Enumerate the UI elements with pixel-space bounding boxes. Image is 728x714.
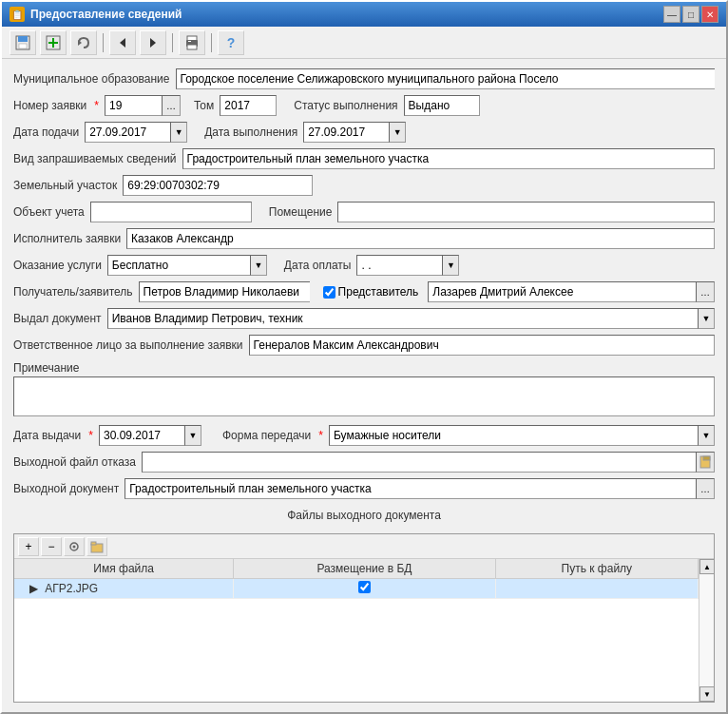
- undo-button[interactable]: [70, 30, 97, 55]
- recipient-input[interactable]: [139, 281, 310, 302]
- note-label: Примечание: [13, 361, 715, 375]
- request-row: Номер заявки * … Том Статус выполнения: [13, 95, 715, 116]
- representative-input[interactable]: [428, 281, 696, 302]
- responsible-row: Ответственное лицо за выполнение заявки: [13, 335, 715, 356]
- form-content: Муниципальное образование Номер заявки *…: [2, 59, 726, 712]
- payment-date-container: ▼: [356, 255, 459, 276]
- issued-doc-dropdown[interactable]: ▼: [698, 308, 715, 329]
- accounting-object-input[interactable]: [90, 202, 252, 222]
- file-icon: [699, 455, 712, 469]
- representative-checkbox[interactable]: [323, 286, 335, 299]
- scroll-up-button[interactable]: ▲: [699, 559, 714, 574]
- minimize-button[interactable]: —: [663, 6, 680, 23]
- issue-date-input[interactable]: [99, 425, 184, 446]
- print-button[interactable]: [179, 30, 205, 55]
- transfer-form-required: *: [318, 429, 323, 442]
- prev-icon: [115, 35, 130, 50]
- undo-icon: [76, 35, 91, 50]
- toolbar-separator3: [211, 33, 212, 52]
- scroll-track: [699, 574, 714, 686]
- issued-doc-input[interactable]: [107, 308, 698, 329]
- files-scrollbar: ▲ ▼: [699, 559, 714, 702]
- files-folder-button[interactable]: [86, 537, 107, 556]
- print-icon: [184, 35, 200, 50]
- service-label: Оказание услуги: [13, 259, 102, 272]
- object-room-row: Объект учета Помещение: [13, 202, 715, 222]
- date-complete-input[interactable]: [303, 122, 389, 143]
- executor-row: Исполнитель заявки: [13, 228, 715, 249]
- output-file-label: Выходной файл отказа: [13, 455, 136, 469]
- next-icon: [145, 35, 161, 50]
- status-input[interactable]: [404, 95, 480, 116]
- representative-browse-button[interactable]: …: [696, 281, 715, 302]
- save-button[interactable]: [10, 30, 36, 55]
- issued-doc-container: ▼: [107, 308, 715, 329]
- main-window: 📋 Предоставление сведений — □ ✕: [0, 0, 728, 714]
- responsible-label: Ответственное лицо за выполнение заявки: [13, 338, 243, 352]
- executor-input[interactable]: [126, 228, 715, 249]
- files-toolbar: + −: [14, 534, 714, 559]
- close-button[interactable]: ✕: [701, 6, 718, 23]
- folder-icon: [90, 540, 104, 553]
- status-label: Статус выполнения: [294, 99, 397, 112]
- add-button[interactable]: [40, 30, 67, 55]
- request-number-label: Номер заявки: [13, 99, 86, 112]
- room-input[interactable]: [337, 202, 715, 222]
- service-input[interactable]: [107, 255, 250, 276]
- request-number-container: …: [105, 95, 181, 116]
- svg-rect-12: [188, 41, 191, 42]
- svg-rect-2: [19, 44, 27, 48]
- recipient-container: [139, 281, 310, 302]
- output-doc-row: Выходной документ …: [13, 478, 715, 499]
- output-file-container: [142, 452, 715, 473]
- transfer-form-input[interactable]: [329, 425, 698, 446]
- date-submit-dropdown[interactable]: ▼: [170, 122, 187, 143]
- col-filename: Имя файла: [14, 559, 234, 579]
- maximize-button[interactable]: □: [682, 6, 699, 23]
- output-doc-browse-button[interactable]: …: [696, 478, 715, 499]
- date-complete-dropdown[interactable]: ▼: [389, 122, 406, 143]
- land-plot-input[interactable]: [123, 175, 313, 196]
- scroll-down-button[interactable]: ▼: [699, 686, 714, 702]
- note-section: Примечание: [13, 361, 715, 419]
- window-title: Предоставление сведений: [30, 8, 182, 21]
- col-path: Путь к файлу: [495, 559, 698, 579]
- issued-doc-label: Выдал документ: [13, 312, 102, 325]
- files-view-button[interactable]: [64, 537, 85, 556]
- issue-date-label: Дата выдачи: [13, 429, 81, 442]
- view-icon: [67, 540, 81, 553]
- files-section: + −: [13, 533, 715, 703]
- info-type-label: Вид запрашиваемых сведений: [13, 152, 177, 165]
- transfer-form-dropdown[interactable]: ▼: [698, 425, 715, 446]
- municipal-input[interactable]: [176, 68, 716, 89]
- date-submit-label: Дата подачи: [13, 125, 79, 139]
- files-add-button[interactable]: +: [18, 537, 39, 556]
- representative-container: …: [428, 281, 715, 302]
- output-file-browse-button[interactable]: [696, 452, 715, 473]
- service-dropdown[interactable]: ▼: [250, 255, 267, 276]
- next-button[interactable]: [140, 30, 166, 55]
- output-doc-input[interactable]: [125, 478, 696, 499]
- responsible-input[interactable]: [249, 335, 715, 356]
- output-file-input[interactable]: [142, 452, 696, 473]
- table-row[interactable]: ▶ АГР2.JPG: [14, 579, 699, 599]
- payment-date-dropdown[interactable]: ▼: [442, 255, 459, 276]
- issue-date-dropdown[interactable]: ▼: [184, 425, 201, 446]
- service-row: Оказание услуги ▼ Дата оплаты ▼: [13, 255, 715, 276]
- payment-date-input[interactable]: [356, 255, 442, 276]
- prev-button[interactable]: [109, 30, 136, 55]
- representative-label: Представитель: [338, 285, 419, 299]
- date-submit-input[interactable]: [85, 122, 170, 143]
- tom-input[interactable]: [220, 95, 277, 116]
- request-number-browse-button[interactable]: …: [162, 95, 181, 116]
- files-remove-button[interactable]: −: [41, 537, 62, 556]
- dates-row: Дата подачи ▼ Дата выполнения ▼: [13, 122, 715, 143]
- output-file-row: Выходной файл отказа: [13, 452, 715, 473]
- info-type-input[interactable]: [182, 148, 715, 169]
- toolbar: ?: [2, 27, 726, 59]
- file-indb-checkbox[interactable]: [358, 581, 371, 593]
- help-button[interactable]: ?: [218, 30, 244, 55]
- date-complete-label: Дата выполнения: [204, 125, 297, 139]
- request-number-input[interactable]: [105, 95, 162, 116]
- note-textarea[interactable]: [13, 376, 715, 416]
